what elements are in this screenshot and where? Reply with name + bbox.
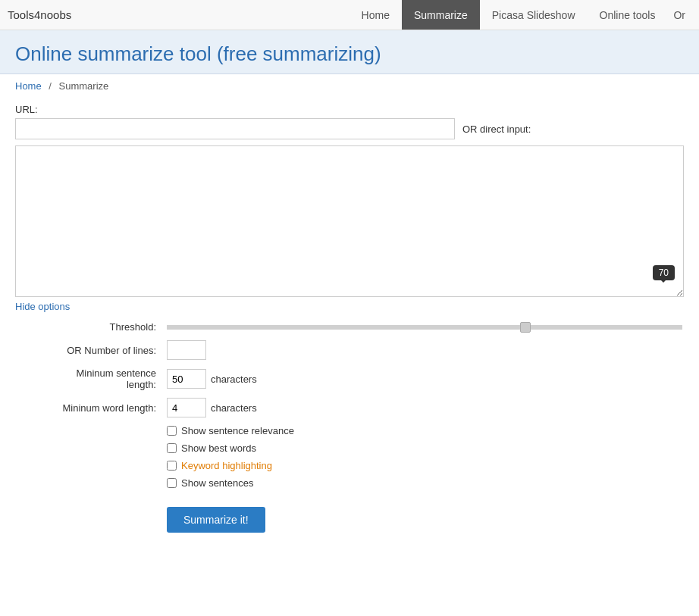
summarize-button[interactable]: Summarize it!: [167, 507, 265, 533]
nav-links: Home Summarize Picasa Slideshow Online t…: [350, 0, 691, 30]
threshold-label: Threshold:: [15, 321, 167, 333]
url-input[interactable]: [15, 118, 455, 139]
checkbox-group-2: Keyword highlighting Show sentences: [15, 460, 684, 489]
hide-options-link[interactable]: Hide options: [15, 301, 70, 312]
url-label: URL:: [15, 104, 684, 115]
navigation: Tools4noobs Home Summarize Picasa Slides…: [0, 0, 699, 30]
breadcrumb: Home / Summarize: [0, 74, 699, 98]
number-of-lines-row: OR Number of lines:: [15, 340, 684, 360]
show-sentences-label: Show sentences: [181, 477, 253, 489]
nav-home[interactable]: Home: [350, 0, 402, 30]
nav-or[interactable]: Or: [667, 0, 691, 30]
show-relevance-checkbox[interactable]: [167, 426, 177, 436]
nav-picasa[interactable]: Picasa Slideshow: [480, 0, 588, 30]
number-of-lines-input[interactable]: [167, 340, 206, 360]
checkbox-group-1: Show sentence relevance Show best words: [15, 425, 684, 454]
min-word-label: Mininum word length:: [15, 402, 167, 414]
min-word-input[interactable]: [167, 398, 206, 417]
main-content: URL: OR direct input: 70 Hide options Th…: [0, 98, 699, 548]
nav-summarize[interactable]: Summarize: [402, 0, 480, 30]
page-header: Online summarize tool (free summarizing): [0, 30, 699, 74]
min-sentence-input[interactable]: [167, 369, 206, 389]
min-word-unit: characters: [211, 402, 257, 414]
show-relevance-label: Show sentence relevance: [181, 425, 294, 436]
number-of-lines-control: [167, 340, 206, 360]
page-title: Online summarize tool (free summarizing): [15, 42, 684, 66]
breadcrumb-current: Summarize: [59, 80, 109, 92]
number-of-lines-label: OR Number of lines:: [15, 345, 167, 356]
min-sentence-row: Mininum sentence length: characters: [15, 367, 684, 390]
min-word-row: Mininum word length: characters: [15, 398, 684, 417]
min-sentence-label: Mininum sentence length:: [15, 367, 167, 390]
threshold-row: Threshold:: [15, 321, 684, 333]
show-best-words-checkbox[interactable]: [167, 443, 177, 453]
min-word-control: characters: [167, 398, 257, 417]
breadcrumb-home-link[interactable]: Home: [15, 80, 42, 92]
min-sentence-unit: characters: [211, 374, 257, 385]
keyword-checkbox[interactable]: [167, 461, 177, 471]
direct-input-textarea[interactable]: [15, 145, 684, 297]
keyword-label: Keyword highlighting: [181, 460, 272, 471]
threshold-slider[interactable]: [167, 325, 682, 330]
url-row: OR direct input:: [15, 118, 684, 139]
keyword-row: Keyword highlighting: [167, 460, 684, 471]
show-relevance-row: Show sentence relevance: [167, 425, 684, 436]
or-direct-label: OR direct input:: [462, 124, 531, 135]
show-best-words-label: Show best words: [181, 442, 256, 454]
nav-online-tools[interactable]: Online tools: [588, 0, 668, 30]
threshold-control: [167, 325, 682, 330]
breadcrumb-separator: /: [49, 80, 52, 92]
site-logo: Tools4noobs: [8, 8, 71, 21]
show-sentences-checkbox[interactable]: [167, 478, 177, 488]
show-sentences-row: Show sentences: [167, 477, 684, 489]
textarea-wrapper: 70: [15, 145, 684, 297]
min-sentence-control: characters: [167, 369, 257, 389]
options-section: Threshold: OR Number of lines: Mininum s…: [15, 321, 684, 489]
show-best-words-row: Show best words: [167, 442, 684, 454]
